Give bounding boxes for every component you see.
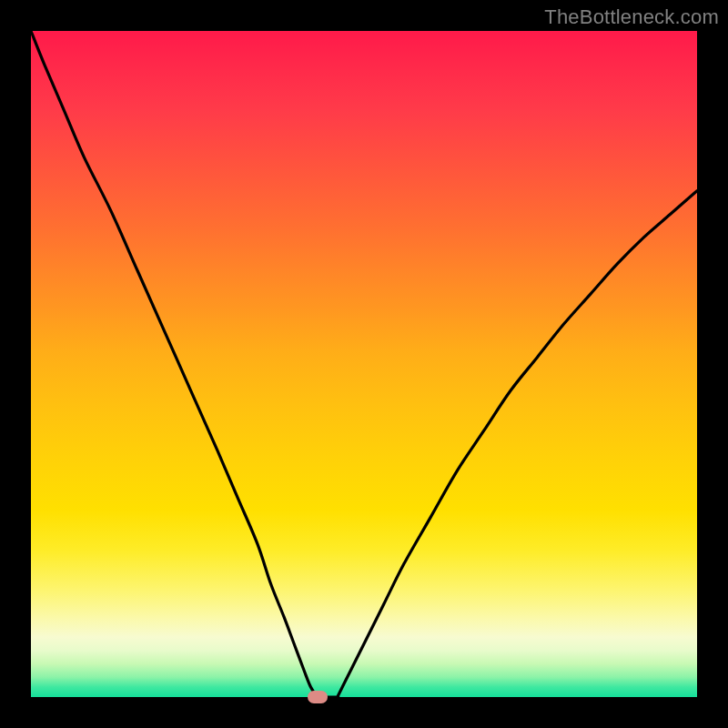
- chart-curve: [31, 31, 697, 699]
- chart-frame: TheBottleneck.com: [0, 0, 728, 728]
- chart-curve-layer: [31, 31, 697, 697]
- watermark-text: TheBottleneck.com: [544, 5, 719, 29]
- chart-min-marker: [308, 691, 328, 703]
